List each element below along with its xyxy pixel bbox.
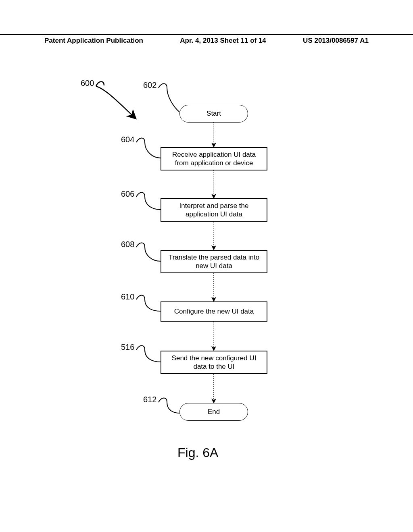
flowchart-diagram: 600 602 604 606 608 610 516 612 Start Re… xyxy=(0,69,413,472)
page-header: Patent Application Publication Apr. 4, 2… xyxy=(0,34,413,45)
header-publication: Patent Application Publication xyxy=(44,37,143,45)
header-doc-number: US 2013/0086597 A1 xyxy=(303,37,369,45)
flow-arrows xyxy=(0,69,413,472)
header-date-sheet: Apr. 4, 2013 Sheet 11 of 14 xyxy=(180,37,266,45)
figure-caption: Fig. 6A xyxy=(177,445,218,460)
